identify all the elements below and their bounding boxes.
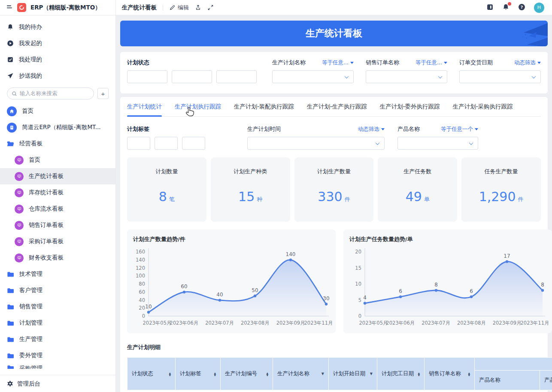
column-header[interactable]: 生产计划编号 ▲▼ [221,358,273,390]
hamburger-menu-icon[interactable] [6,3,13,12]
tab[interactable]: 生产计划统计 [127,97,162,116]
help-icon[interactable]: ? [518,3,525,12]
column-header[interactable]: 销售订单名称 ▲▼ [425,358,475,390]
topbar-left: ERP（精细版-离散MTO） [0,0,116,15]
field-label: 产品名称 [397,125,420,133]
column-header[interactable]: 计划标签 ▲▼ [176,358,221,390]
journal-icon[interactable] [486,3,494,12]
stat-label: 计划生产数量 [294,168,374,175]
svg-text:10: 10 [145,304,152,310]
field-operator-dropdown[interactable]: 等于任意... [322,59,354,66]
share-icon[interactable] [195,4,201,11]
sidebar-item-handled[interactable]: 我处理的 [0,51,115,68]
sidebar-folder-item[interactable]: 生产管理 [0,331,115,347]
sidebar-item-dashboard[interactable]: 采购订单看板 [0,233,115,250]
svg-text:100: 100 [136,273,145,279]
chart-card-quantity: 计划生产数量趋势/件 02040608010012014016010604050… [127,229,336,333]
stat-label: 计划生产种类 [211,168,290,175]
field-select[interactable] [459,70,541,83]
filter-caret-icon[interactable]: ▼ [321,372,324,376]
sidebar-folder-item[interactable]: 计划管理 [0,315,115,331]
chevron-down-icon [345,74,349,78]
sidebar-item-cc[interactable]: 抄送我的 [0,68,115,84]
sidebar-folder-item[interactable]: 采购管理 [0,364,115,369]
folder-icon [7,304,14,310]
filter-label: 计划状态 [127,59,149,66]
home-icon [7,106,17,116]
column-header-product-partial[interactable]: 产品 [540,371,552,390]
sort-icon[interactable]: ▲▼ [468,372,470,376]
status-filter-button[interactable] [172,70,212,83]
tab[interactable]: 生产计划-采购执行跟踪 [453,97,513,116]
app-logo-icon[interactable] [17,3,26,12]
column-header[interactable]: 计划完工日期 ▲▼ [377,358,425,390]
tab[interactable]: 生产计划执行跟踪 [175,97,221,116]
stat-label: 计划数量 [127,168,206,175]
field-select[interactable] [272,70,354,83]
column-header[interactable]: 计划开始日期 ▼ [329,358,377,390]
edit-button[interactable]: 编辑 [169,4,189,12]
sidebar-item-dashboard[interactable]: 销售订单看板 [0,217,115,233]
add-button[interactable]: + [97,88,109,99]
filter-caret-icon[interactable]: ▼ [370,372,373,376]
sidebar-item-dashboard[interactable]: 库存统计看板 [0,184,115,201]
sidebar-item-dashboard[interactable]: 首页 [0,152,115,168]
trend-chart-tasks: 0510152046861782023年05月2023年06月2023年07月2… [349,244,546,329]
field-operator-dropdown[interactable]: 等于任意一个 [441,126,478,133]
filter-field: 生产计划名称 等于任意... [272,59,354,83]
sort-icon[interactable]: ▲▼ [266,372,268,376]
tab[interactable]: 生产计划-装配执行跟踪 [234,97,294,116]
sidebar-item-dashboard[interactable]: 财务收支看板 [0,250,115,266]
sidebar-item-started[interactable]: 我发起的 [0,35,115,51]
column-header-product-name[interactable]: 产品名称 [475,371,540,390]
sidebar-item-dashboard[interactable]: 生产统计看板 [0,168,115,184]
tab[interactable]: 生产计划-生产执行跟踪 [307,97,367,116]
sort-icon[interactable]: ▲▼ [214,372,216,376]
tag-filter-button[interactable] [127,137,150,150]
filter-plan-status: 计划状态 [127,59,260,83]
chevron-down-icon [438,74,443,78]
field-label: 订单交货日期 [459,59,493,66]
field-operator-dropdown[interactable]: 动态筛选 [514,59,541,66]
field-operator-dropdown[interactable]: 动态筛选 [358,126,385,133]
column-header[interactable]: 计划状态 ▲▼ [127,358,176,390]
table-title: 生产计划明细 [127,344,541,351]
tag-filter-button[interactable] [182,137,205,150]
notification-bell-icon[interactable] [502,3,510,12]
dashboard-icon [15,253,24,262]
sidebar-folder-item[interactable]: 客户管理 [0,282,115,299]
user-avatar[interactable]: H [534,3,544,13]
sidebar-item-home[interactable]: 首页 [0,103,115,119]
tab[interactable]: 生产计划-委外执行跟踪 [380,97,440,116]
svg-text:2023年09月: 2023年09月 [493,320,522,326]
sidebar-folder-item[interactable]: 技术管理 [0,266,115,282]
sort-icon[interactable]: ▲▼ [169,372,171,376]
status-filter-button[interactable] [127,70,167,83]
dashboard-icon [15,156,24,165]
charts-row: 计划生产数量趋势/件 02040608010012014016010604050… [127,229,541,333]
field-operator-dropdown[interactable]: 等于任意... [416,59,447,66]
product-name-select[interactable] [397,137,478,150]
stat-card: 生产任务数 49单 [378,157,457,222]
filter-product-name: 产品名称 等于任意一个 [397,125,478,150]
tag-filter-button[interactable] [155,137,178,150]
field-select[interactable] [366,70,447,83]
dashboard-list: 首页 生产统计看板 库存统计看板 仓库流水看板 [0,152,115,266]
sidebar-item-todo[interactable]: 我的待办 [0,19,115,35]
send-icon [7,72,14,79]
search-input[interactable]: 输入名称来搜索 [7,87,94,100]
dashboard-panel: 生产计划统计生产计划执行跟踪生产计划-装配执行跟踪生产计划-生产执行跟踪生产计划… [120,97,548,392]
sidebar-folder-boards[interactable]: 经营看板 [0,136,115,152]
sidebar-folder-item[interactable]: 委外管理 [0,347,115,364]
sort-icon[interactable]: ▲▼ [418,372,420,376]
admin-console-button[interactable]: 管理后台 [0,375,115,392]
sidebar-item-erp-app[interactable]: 简道云ERP（精细版-离散MT... [0,119,115,136]
fullscreen-icon[interactable] [207,4,214,11]
plan-time-select[interactable] [247,137,385,150]
status-filter-button[interactable] [216,70,257,83]
table-header-row: 计划状态 ▲▼ 计划标签 ▲▼ [127,358,552,371]
sidebar-folder-item[interactable]: 销售管理 [0,299,115,315]
sidebar-item-dashboard[interactable]: 仓库流水看板 [0,201,115,217]
divider [163,5,163,11]
column-header[interactable]: 生产计划名称 ▼ [273,358,329,390]
